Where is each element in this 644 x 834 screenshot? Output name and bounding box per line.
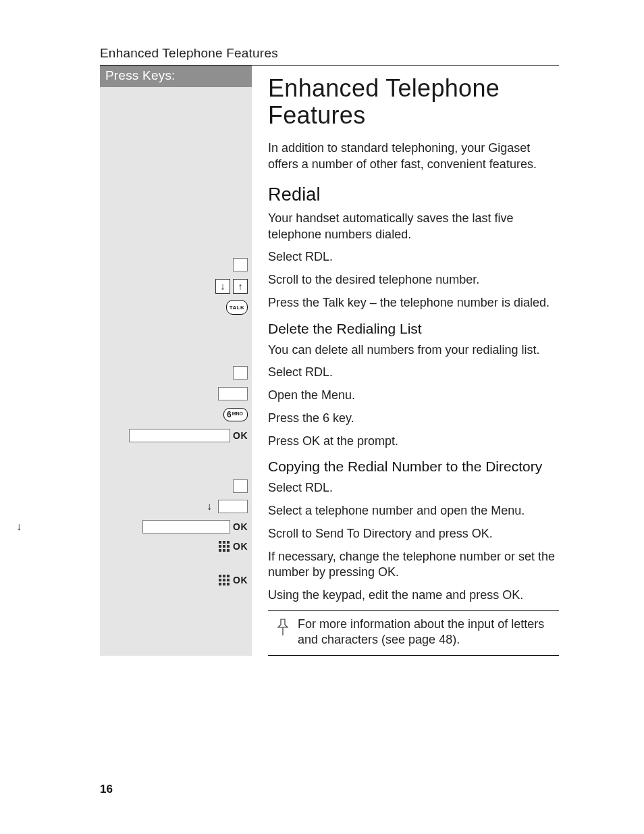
ok-label: OK (233, 541, 248, 552)
redial-step-3: Press the Talk key – the telephone numbe… (268, 295, 559, 311)
softkey-box (218, 500, 248, 513)
softkey-box (233, 479, 248, 493)
svg-rect-9 (219, 575, 221, 577)
down-arrow-icon: ↓ (13, 520, 25, 533)
ok-label: OK (233, 430, 248, 441)
svg-rect-8 (227, 549, 230, 552)
key-row-rdl-softkey-2 (233, 366, 248, 380)
six-key-icon: 6MNO (223, 408, 248, 421)
talk-key-icon: TALK (226, 300, 248, 315)
press-keys-header: Press Keys: (100, 66, 252, 87)
key-row-scroll-ok: ↓ OK (128, 520, 248, 533)
svg-rect-16 (223, 583, 225, 585)
svg-rect-2 (227, 541, 230, 544)
svg-rect-5 (227, 545, 230, 548)
svg-rect-6 (219, 549, 221, 552)
svg-rect-1 (223, 541, 225, 544)
key-row-talk: TALK (226, 300, 248, 315)
keypad-icon (218, 540, 230, 552)
svg-rect-10 (223, 575, 225, 577)
delete-intro: You can delete all numbers from your red… (268, 342, 559, 359)
redial-step-1: Select RDL. (268, 249, 559, 265)
copy-step-4: If necessary, change the telephone numbe… (268, 549, 559, 581)
section-redial-heading: Redial (268, 184, 559, 205)
text-column: Enhanced Telephone Features In addition … (252, 66, 559, 656)
two-column-layout: Press Keys: ↓ ↑ TALK (100, 66, 559, 656)
softkey-box (233, 258, 248, 271)
svg-rect-4 (223, 545, 225, 548)
pushpin-icon (268, 617, 298, 637)
svg-rect-0 (219, 541, 221, 544)
down-arrow-icon: ↓ (215, 279, 230, 294)
key-row-keypad-ok-2: OK (218, 574, 248, 586)
key-row-keypad-ok-1: OK (218, 540, 248, 552)
svg-rect-14 (227, 579, 230, 581)
key-row-down-then-menu: ↓ (203, 500, 248, 513)
content-area: Enhanced Telephone Features Press Keys: … (100, 46, 559, 656)
softkey-box (233, 366, 248, 380)
note-box: For more information about the input of … (268, 610, 559, 656)
note-text: For more information about the input of … (298, 617, 559, 648)
manual-page: Enhanced Telephone Features Press Keys: … (0, 0, 644, 834)
delete-step-4: Press OK at the prompt. (268, 434, 559, 450)
softkey-box (218, 387, 248, 400)
ok-label: OK (233, 521, 248, 532)
softkey-box (142, 520, 230, 533)
section-delete-heading: Delete the Redialing List (268, 321, 559, 337)
page-number: 16 (100, 783, 113, 796)
running-head: Enhanced Telephone Features (100, 46, 559, 65)
press-keys-column: Press Keys: ↓ ↑ TALK (100, 66, 252, 656)
down-arrow-icon: ↓ (203, 500, 215, 513)
key-row-rdl-softkey-3 (233, 479, 248, 493)
delete-step-1: Select RDL. (268, 365, 559, 381)
svg-rect-7 (223, 549, 225, 552)
section-copy-heading: Copying the Redial Number to the Directo… (268, 459, 559, 475)
six-key-letters: MNO (232, 411, 243, 416)
copy-step-2: Select a telephone number and open the M… (268, 503, 559, 519)
key-row-rdl-softkey (233, 258, 248, 271)
key-row-menu-softkey (218, 387, 248, 400)
keypad-icon (218, 574, 230, 586)
delete-step-3: Press the 6 key. (268, 411, 559, 427)
copy-step-3: Scroll to Send To Directory and press OK… (268, 526, 559, 542)
key-row-scroll-arrows: ↓ ↑ (215, 279, 248, 294)
svg-rect-15 (219, 583, 221, 585)
softkey-box (129, 429, 230, 442)
svg-rect-13 (223, 579, 225, 581)
delete-step-2: Open the Menu. (268, 388, 559, 404)
ok-label: OK (233, 575, 248, 585)
key-row-six-key: 6MNO (223, 408, 248, 421)
up-arrow-icon: ↑ (233, 279, 248, 294)
page-title: Enhanced Telephone Features (268, 75, 559, 128)
key-row-ok-wide: OK (129, 429, 248, 442)
svg-rect-11 (227, 575, 230, 577)
svg-rect-3 (219, 545, 221, 548)
intro-paragraph: In addition to standard telephoning, you… (268, 140, 559, 172)
svg-rect-17 (227, 583, 230, 585)
redial-intro: Your handset automatically saves the las… (268, 211, 559, 243)
redial-step-2: Scroll to the desired telephone number. (268, 272, 559, 288)
six-key-digit: 6 (227, 410, 232, 419)
copy-step-1: Select RDL. (268, 480, 559, 496)
svg-rect-12 (219, 579, 221, 581)
copy-step-5: Using the keypad, edit the name and pres… (268, 588, 559, 604)
